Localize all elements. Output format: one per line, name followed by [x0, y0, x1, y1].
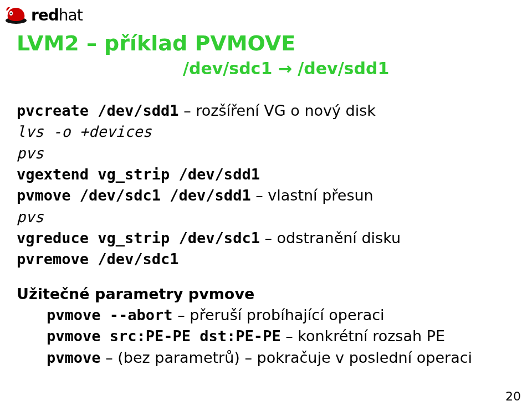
line-pvcreate: pvcreate /dev/sdd1 – rozšíření VG o nový…	[17, 100, 515, 121]
param-range: pvmove src:PE-PE dst:PE-PE – konkrétní r…	[47, 326, 515, 347]
slide-content: pvcreate /dev/sdd1 – rozšíření VG o nový…	[17, 100, 515, 368]
slide-title: LVM2 – příklad PVMOVE	[17, 31, 515, 55]
line-pvremove: pvremove /dev/sdc1	[17, 249, 515, 270]
slide-body: LVM2 – příklad PVMOVE /dev/sdc1 → /dev/s…	[17, 31, 515, 368]
line-pvs2: pvs	[17, 207, 515, 228]
page-number: 20	[505, 389, 521, 403]
line-pvs1: pvs	[17, 143, 515, 164]
param-abort: pvmove --abort – přeruší probíhající ope…	[47, 305, 515, 326]
slide-subtitle: /dev/sdc1 → /dev/sdd1	[183, 59, 515, 78]
line-vgreduce: vgreduce vg_strip /dev/sdc1 – odstranění…	[17, 228, 515, 249]
line-vgextend: vgextend vg_strip /dev/sdd1	[17, 164, 515, 185]
svg-point-2	[11, 13, 12, 14]
redhat-logo: redhat	[4, 6, 83, 24]
params-block: Užitečné parametry pvmove pvmove --abort…	[17, 284, 515, 368]
line-lvs: lvs -o +devices	[17, 121, 515, 142]
param-resume: pvmove – (bez parametrů) – pokračuje v p…	[47, 347, 515, 368]
logo-label: redhat	[31, 6, 83, 24]
params-heading: Užitečné parametry pvmove	[17, 284, 515, 305]
redhat-fedora-icon	[4, 6, 28, 24]
line-pvmove: pvmove /dev/sdc1 /dev/sdd1 – vlastní pře…	[17, 185, 515, 206]
